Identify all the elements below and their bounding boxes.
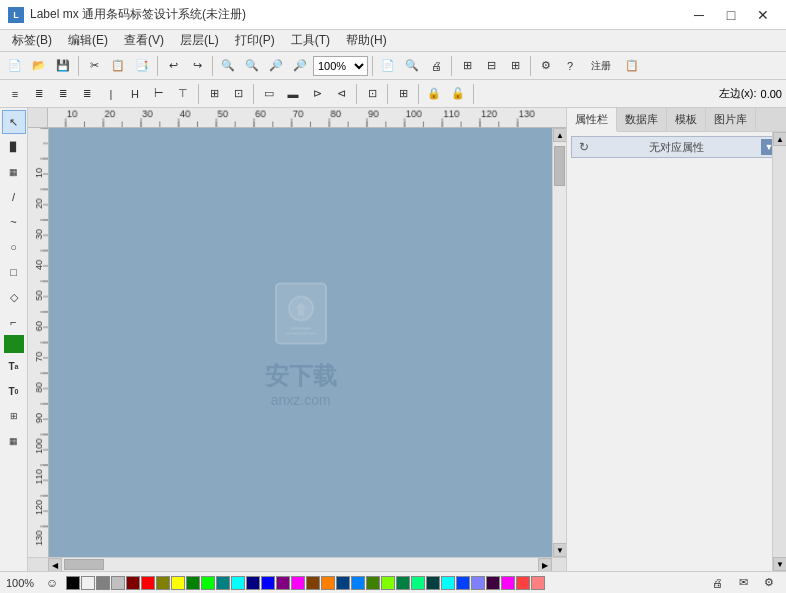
color-swatch[interactable] (126, 576, 140, 590)
prop-refresh-icon[interactable]: ↻ (576, 139, 592, 155)
canvas-bg[interactable]: 安下载 anxz.com (49, 128, 552, 557)
zoom-out-button[interactable]: 🔍 (241, 55, 263, 77)
color-swatch[interactable] (306, 576, 320, 590)
menu-item-L[interactable]: 层层(L) (172, 30, 227, 51)
color-swatch[interactable] (351, 576, 365, 590)
status-print-btn[interactable]: 🖨 (706, 572, 728, 594)
v-scroll-down[interactable]: ▼ (553, 543, 566, 557)
open-button[interactable]: 📂 (28, 55, 50, 77)
color-swatch[interactable] (201, 576, 215, 590)
tb2-btn13[interactable]: ⊳ (306, 83, 328, 105)
minimize-button[interactable]: ─ (684, 4, 714, 26)
color-swatch[interactable] (366, 576, 380, 590)
color-swatch[interactable] (111, 576, 125, 590)
color-swatch[interactable] (141, 576, 155, 590)
page-setup-button[interactable]: 📄 (377, 55, 399, 77)
tool-arrow[interactable]: ⌐ (2, 310, 26, 334)
color-swatch[interactable] (261, 576, 275, 590)
cut-button[interactable]: ✂ (83, 55, 105, 77)
color-swatch[interactable] (321, 576, 335, 590)
color-swatch[interactable] (381, 576, 395, 590)
color-swatch[interactable] (186, 576, 200, 590)
paste-button[interactable]: 📑 (131, 55, 153, 77)
color-swatch[interactable] (336, 576, 350, 590)
zoom-fit-button[interactable]: 🔎 (265, 55, 287, 77)
menu-item-T[interactable]: 工具(T) (283, 30, 338, 51)
print-button[interactable]: 🖨 (425, 55, 447, 77)
menu-item-H[interactable]: 帮助(H) (338, 30, 395, 51)
color-swatch[interactable] (96, 576, 110, 590)
tb2-btn8[interactable]: ⊤ (172, 83, 194, 105)
copy-button[interactable]: 📋 (107, 55, 129, 77)
tb2-btn3[interactable]: ≣ (52, 83, 74, 105)
tool-rect[interactable]: □ (2, 260, 26, 284)
color-swatch[interactable] (531, 576, 545, 590)
tb2-btn11[interactable]: ▭ (258, 83, 280, 105)
color-swatch[interactable] (411, 576, 425, 590)
tool-qrcode[interactable]: ▦ (2, 160, 26, 184)
tool-ellipse[interactable]: ○ (2, 235, 26, 259)
h-scroll-thumb[interactable] (64, 559, 104, 570)
color-swatch[interactable] (471, 576, 485, 590)
undo-button[interactable]: ↩ (162, 55, 184, 77)
extra-button[interactable]: 📋 (621, 55, 643, 77)
tool-image[interactable]: ⊞ (2, 404, 26, 428)
tool-diamond[interactable]: ◇ (2, 285, 26, 309)
help-button[interactable]: ? (559, 55, 581, 77)
tb2-btn5[interactable]: | (100, 83, 122, 105)
tool-line[interactable]: / (2, 185, 26, 209)
tb2-btn1[interactable]: ≡ (4, 83, 26, 105)
tool-cursor[interactable]: ↖ (2, 110, 26, 134)
tb2-btn10[interactable]: ⊡ (227, 83, 249, 105)
v-scroll-thumb[interactable] (554, 146, 565, 186)
tb2-btn16[interactable]: ⊞ (392, 83, 414, 105)
menu-item-V[interactable]: 查看(V) (116, 30, 172, 51)
settings-button[interactable]: ⚙ (535, 55, 557, 77)
color-swatch[interactable] (486, 576, 500, 590)
h-scroll-left[interactable]: ◀ (48, 558, 62, 571)
tool-table[interactable]: ▦ (2, 429, 26, 453)
color-swatch[interactable] (396, 576, 410, 590)
tab-properties[interactable]: 属性栏 (567, 108, 617, 132)
right-scroll-track[interactable] (773, 146, 786, 557)
color-swatch[interactable] (441, 576, 455, 590)
tb2-btn2[interactable]: ≣ (28, 83, 50, 105)
align2-button[interactable]: ⊟ (480, 55, 502, 77)
close-button[interactable]: ✕ (748, 4, 778, 26)
tb2-btn7[interactable]: ⊢ (148, 83, 170, 105)
tool-text[interactable]: Ta (2, 354, 26, 378)
maximize-button[interactable]: □ (716, 4, 746, 26)
tab-images[interactable]: 图片库 (706, 108, 756, 132)
new-button[interactable]: 📄 (4, 55, 26, 77)
v-scroll-up[interactable]: ▲ (553, 128, 566, 142)
color-swatch[interactable] (156, 576, 170, 590)
color-swatch[interactable] (276, 576, 290, 590)
tab-template[interactable]: 模板 (667, 108, 706, 132)
register-button[interactable]: 注册 (583, 55, 619, 77)
menu-item-E[interactable]: 编辑(E) (60, 30, 116, 51)
status-settings-btn[interactable]: ⚙ (758, 572, 780, 594)
color-swatch[interactable] (66, 576, 80, 590)
align3-button[interactable]: ⊞ (504, 55, 526, 77)
tool-curve[interactable]: ~ (2, 210, 26, 234)
align1-button[interactable]: ⊞ (456, 55, 478, 77)
tool-fill[interactable] (4, 335, 24, 353)
tb2-btn15[interactable]: ⊡ (361, 83, 383, 105)
tool-barcode[interactable]: ▉ (2, 135, 26, 159)
color-swatch[interactable] (426, 576, 440, 590)
h-scroll-track[interactable] (62, 558, 538, 571)
h-scroll-right[interactable]: ▶ (538, 558, 552, 571)
menu-item-B[interactable]: 标签(B) (4, 30, 60, 51)
color-swatch[interactable] (516, 576, 530, 590)
right-scroll-down[interactable]: ▼ (773, 557, 786, 571)
color-swatch[interactable] (171, 576, 185, 590)
tb2-btn17[interactable]: 🔒 (423, 83, 445, 105)
tb2-btn9[interactable]: ⊞ (203, 83, 225, 105)
color-swatch[interactable] (456, 576, 470, 590)
color-swatch[interactable] (246, 576, 260, 590)
redo-button[interactable]: ↪ (186, 55, 208, 77)
color-swatch[interactable] (501, 576, 515, 590)
color-swatch[interactable] (81, 576, 95, 590)
zoom-in-button[interactable]: 🔍 (217, 55, 239, 77)
tb2-btn12[interactable]: ▬ (282, 83, 304, 105)
